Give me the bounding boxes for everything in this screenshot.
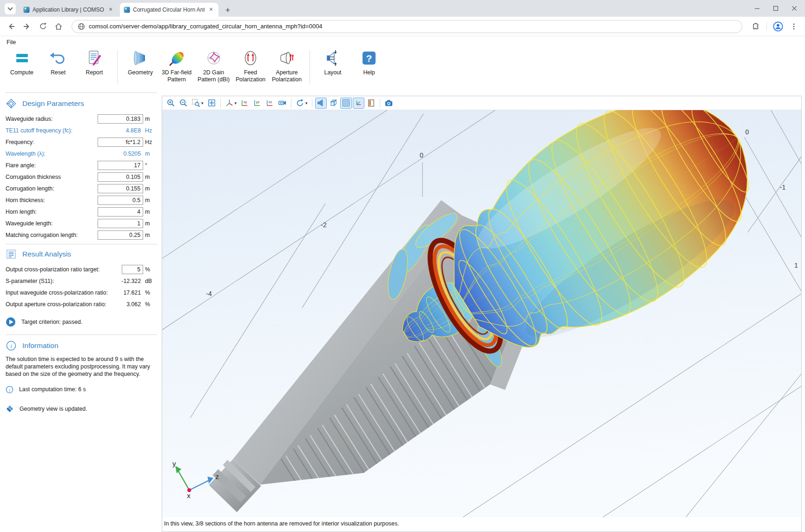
- comsol-favicon: [124, 7, 130, 13]
- toolbar-separator: [312, 99, 312, 108]
- param-unit: m: [144, 197, 157, 204]
- report-icon: [85, 49, 104, 67]
- view-xy-button[interactable]: xy: [239, 98, 251, 109]
- report-button[interactable]: Report: [76, 48, 112, 77]
- tab-title: Application Library | COMSOL S: [33, 7, 104, 13]
- frequency-input[interactable]: [98, 138, 143, 147]
- tab-search-button[interactable]: [5, 3, 16, 14]
- minimize-button[interactable]: [754, 5, 760, 12]
- info-small-icon: i: [6, 386, 13, 394]
- globe-icon: [78, 23, 85, 30]
- corrugation-length-input[interactable]: [98, 184, 143, 193]
- section-title: Information: [22, 342, 59, 350]
- geometry-status-icon: [6, 405, 14, 413]
- help-button[interactable]: ? Help: [351, 48, 387, 77]
- readonly-value: 17.621: [123, 288, 143, 296]
- comsol-app: File Compute Reset Report: [0, 37, 805, 532]
- 3d-scene: 0 -2 -4 0 -1 1: [162, 110, 801, 517]
- status-text: Last computation time: 6 s: [19, 386, 86, 393]
- menu-dots-icon[interactable]: [787, 20, 800, 33]
- waveguide-length-input[interactable]: [98, 219, 143, 228]
- matching-corrugation-length-input[interactable]: [98, 230, 143, 240]
- close-icon[interactable]: ×: [207, 6, 215, 13]
- layout-button[interactable]: Layout: [315, 48, 351, 77]
- param-unit: m: [144, 174, 157, 180]
- rotate-view-button[interactable]: ▾: [294, 98, 309, 109]
- information-paragraph: The solution time is expected to be arou…: [6, 355, 151, 378]
- horn-thickness-input[interactable]: [98, 196, 143, 205]
- toolbar-divider: [766, 22, 767, 31]
- tab-strip: Application Library | COMSOL S × Corruga…: [0, 0, 805, 17]
- 3d-viewport[interactable]: 0 -2 -4 0 -1 1: [162, 110, 801, 517]
- param-unit: m: [144, 151, 157, 157]
- gain-2d-button[interactable]: 2D Gain Pattern (dBi): [195, 48, 232, 84]
- zoom-extents-button[interactable]: [206, 98, 218, 109]
- toolbar-separator: [291, 99, 291, 108]
- forward-button[interactable]: [20, 20, 33, 33]
- readonly-value: 0.5205: [123, 149, 143, 157]
- comsol-favicon: [23, 7, 30, 13]
- help-icon: ?: [360, 49, 378, 67]
- extensions-icon[interactable]: [749, 20, 762, 33]
- snapshot-camera-button[interactable]: [383, 98, 395, 109]
- graphics-toolbar: ▾ ▾ xy yz xz ▾: [162, 96, 801, 110]
- flare-angle-input[interactable]: [98, 161, 143, 170]
- new-tab-button[interactable]: +: [222, 5, 233, 16]
- url-text: comsol.com/server-demo/app/library_corru…: [89, 23, 323, 30]
- back-button[interactable]: [5, 20, 18, 33]
- aperture-polarization-icon: [277, 49, 296, 67]
- color-legend-toggle[interactable]: [365, 98, 377, 109]
- feed-polarization-icon: [241, 49, 260, 67]
- param-unit: m: [144, 185, 157, 192]
- toolbar-separator: [380, 99, 380, 108]
- geometry-visibility-toggle[interactable]: [315, 98, 327, 109]
- close-window-button[interactable]: [791, 5, 798, 12]
- toolbar-separator: [220, 99, 221, 108]
- zoom-box-button[interactable]: ▾: [190, 98, 205, 109]
- tab-application-library[interactable]: Application Library | COMSOL S ×: [20, 3, 118, 17]
- zoom-out-button[interactable]: [178, 98, 189, 109]
- tab-horn-antenna[interactable]: Corrugated Circular Horn Anten ×: [120, 3, 218, 17]
- scene-projector-button[interactable]: [277, 98, 288, 109]
- graphics-panel: ▾ ▾ xy yz xz ▾: [162, 96, 802, 532]
- farfield-3d-button[interactable]: 3D Far-field Pattern: [158, 48, 195, 84]
- axis-label: -4: [206, 290, 212, 297]
- svg-text:i: i: [10, 342, 12, 349]
- reset-button[interactable]: Reset: [40, 48, 76, 77]
- param-unit: %: [144, 289, 157, 296]
- param-unit: °: [144, 162, 157, 169]
- compute-button[interactable]: Compute: [4, 48, 40, 77]
- status-text: Target criterion: passed.: [21, 319, 82, 325]
- param-unit: m: [144, 232, 157, 238]
- feed-polarization-button[interactable]: Feed Polarization: [232, 48, 269, 84]
- transparency-toggle[interactable]: [328, 98, 339, 109]
- maximize-button[interactable]: [772, 5, 779, 12]
- file-menu[interactable]: File: [7, 39, 16, 46]
- reload-button[interactable]: [36, 20, 49, 33]
- tab-title: Corrugated Circular Horn Anten: [133, 7, 205, 13]
- layout-icon: [323, 49, 342, 67]
- profile-avatar[interactable]: [772, 20, 785, 33]
- corrugation-thickness-input[interactable]: [98, 172, 143, 182]
- waveguide-radius-input[interactable]: [98, 114, 143, 124]
- grid-toggle[interactable]: [340, 98, 352, 109]
- svg-text:xy: xy: [244, 100, 247, 104]
- home-button[interactable]: [52, 20, 65, 33]
- play-icon: [6, 317, 16, 327]
- param-unit: m: [144, 220, 157, 227]
- view-yz-button[interactable]: yz: [251, 98, 263, 109]
- close-icon[interactable]: ×: [107, 6, 114, 13]
- view-caption: In this view, 3/8 sections of the horn a…: [162, 517, 801, 530]
- url-bar[interactable]: comsol.com/server-demo/app/library_corru…: [72, 20, 742, 33]
- svg-text:i: i: [9, 387, 10, 392]
- axes-toggle[interactable]: [353, 98, 364, 109]
- geometry-button[interactable]: Geometry: [122, 48, 158, 77]
- zoom-in-button[interactable]: [165, 98, 177, 109]
- aperture-polarization-button[interactable]: Aperture Polarization: [269, 48, 305, 84]
- default-view-button[interactable]: ▾: [224, 98, 238, 109]
- cross-polarization-target-input[interactable]: [122, 265, 143, 274]
- result-analysis-header: Result Analysis: [6, 248, 157, 260]
- horn-length-input[interactable]: [98, 207, 143, 217]
- view-xz-button[interactable]: xz: [264, 98, 276, 109]
- triad-x-label: x: [187, 492, 191, 499]
